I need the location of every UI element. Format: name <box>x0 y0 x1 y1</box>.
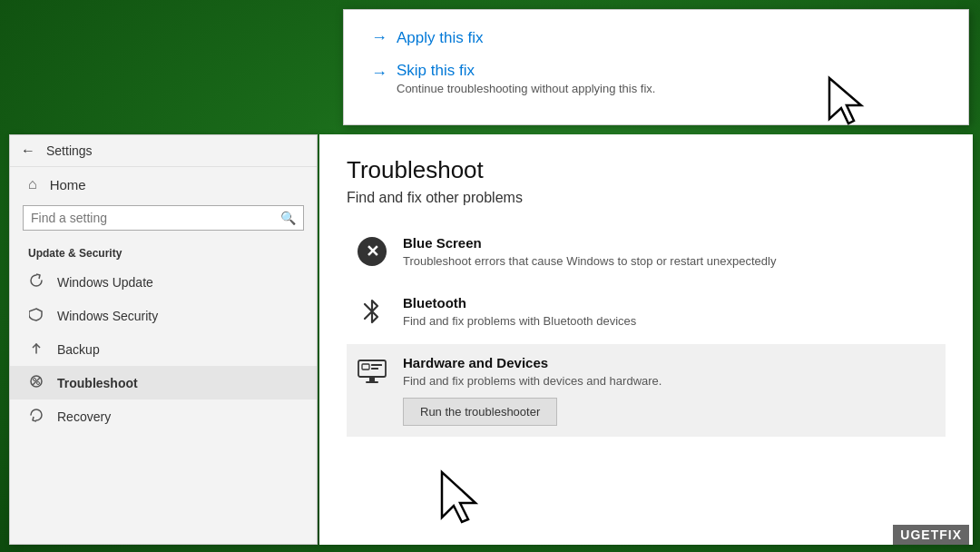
troubleshoot-item-hardware: Hardware and Devices Find and fix proble… <box>347 344 946 436</box>
bluetooth-item-text: Bluetooth Find and fix problems with Blu… <box>403 295 936 330</box>
svg-rect-9 <box>371 368 378 370</box>
watermark: UGETFIX <box>893 525 969 545</box>
settings-body: ⌂ Home 🔍 Update & Security Windows Updat… <box>10 167 317 433</box>
skip-fix-desc: Continue troubleshooting without applyin… <box>397 82 655 95</box>
back-button[interactable]: ← <box>21 143 35 159</box>
nav-item-troubleshoot[interactable]: Troubleshoot <box>10 366 317 399</box>
svg-marker-12 <box>442 472 475 522</box>
hardware-item-icon <box>356 355 388 388</box>
svg-rect-11 <box>366 381 378 383</box>
svg-point-4 <box>37 382 40 385</box>
home-nav-item[interactable]: ⌂ Home <box>10 167 317 202</box>
bluescreen-desc: Troubleshoot errors that cause Windows t… <box>403 253 936 270</box>
nav-item-backup[interactable]: Backup <box>10 332 317 366</box>
bluescreen-name: Blue Screen <box>403 235 936 251</box>
hardware-desc: Find and fix problems with devices and h… <box>403 373 936 389</box>
apply-fix-arrow-icon: → <box>371 28 387 47</box>
recovery-icon <box>28 408 44 425</box>
nav-label-backup: Backup <box>57 342 100 357</box>
cursor-icon-main <box>437 468 483 527</box>
bluetooth-name: Bluetooth <box>403 295 936 310</box>
run-troubleshooter-button[interactable]: Run the troubleshooter <box>403 398 557 426</box>
bluescreen-item-icon: ✕ <box>356 235 388 268</box>
troubleshoot-item-bluescreen: ✕ Blue Screen Troubleshoot errors that c… <box>347 224 946 281</box>
main-content: Troubleshoot Find and fix other problems… <box>319 134 973 545</box>
run-button-container: Run the troubleshooter <box>403 398 936 426</box>
svg-rect-8 <box>371 364 382 366</box>
settings-window: ← Settings ⌂ Home 🔍 Update & Security Wi… <box>9 134 318 545</box>
svg-rect-7 <box>362 364 369 370</box>
bluetooth-icon <box>361 297 383 326</box>
nav-label-recovery: Recovery <box>57 409 111 424</box>
skip-fix-link[interactable]: → Skip this fix Continue troubleshooting… <box>371 62 941 95</box>
svg-rect-10 <box>369 377 375 381</box>
search-icon: 🔍 <box>280 211 296 225</box>
hardware-item-text: Hardware and Devices Find and fix proble… <box>403 355 936 425</box>
search-box[interactable]: 🔍 <box>23 205 304 231</box>
svg-point-3 <box>34 379 36 381</box>
troubleshoot-item-bluetooth: Bluetooth Find and fix problems with Blu… <box>347 284 946 340</box>
nav-label-troubleshoot: Troubleshoot <box>57 376 138 390</box>
troubleshoot-icon <box>28 374 44 391</box>
skip-fix-label: Skip this fix <box>397 62 655 80</box>
x-circle-icon: ✕ <box>358 237 387 266</box>
nav-item-windows-update[interactable]: Windows Update <box>10 265 317 299</box>
bluetooth-item-icon <box>356 295 388 328</box>
home-icon: ⌂ <box>28 176 37 192</box>
apply-fix-label: Apply this fix <box>397 29 483 47</box>
settings-titlebar: ← Settings <box>10 135 317 167</box>
skip-fix-arrow-icon: → <box>371 64 387 83</box>
main-subtitle: Find and fix other problems <box>347 190 946 206</box>
apply-fix-link[interactable]: → Apply this fix <box>371 28 941 47</box>
nav-item-recovery[interactable]: Recovery <box>10 399 317 433</box>
bluetooth-desc: Find and fix problems with Bluetooth dev… <box>403 313 936 330</box>
windows-security-icon <box>28 307 44 324</box>
nav-label-windows-update: Windows Update <box>57 275 153 290</box>
search-input[interactable] <box>31 211 280 225</box>
windows-update-icon <box>28 273 44 291</box>
section-header: Update & Security <box>10 242 317 265</box>
nav-item-windows-security[interactable]: Windows Security <box>10 299 317 332</box>
hardware-icon <box>357 359 387 384</box>
home-label: Home <box>50 177 86 192</box>
bluescreen-item-text: Blue Screen Troubleshoot errors that cau… <box>403 235 936 270</box>
main-title: Troubleshoot <box>347 156 946 184</box>
settings-title: Settings <box>46 143 93 158</box>
backup-icon <box>28 340 44 358</box>
hardware-name: Hardware and Devices <box>403 355 936 370</box>
nav-label-windows-security: Windows Security <box>57 309 158 323</box>
popup-card: → Apply this fix → Skip this fix Continu… <box>343 9 969 125</box>
